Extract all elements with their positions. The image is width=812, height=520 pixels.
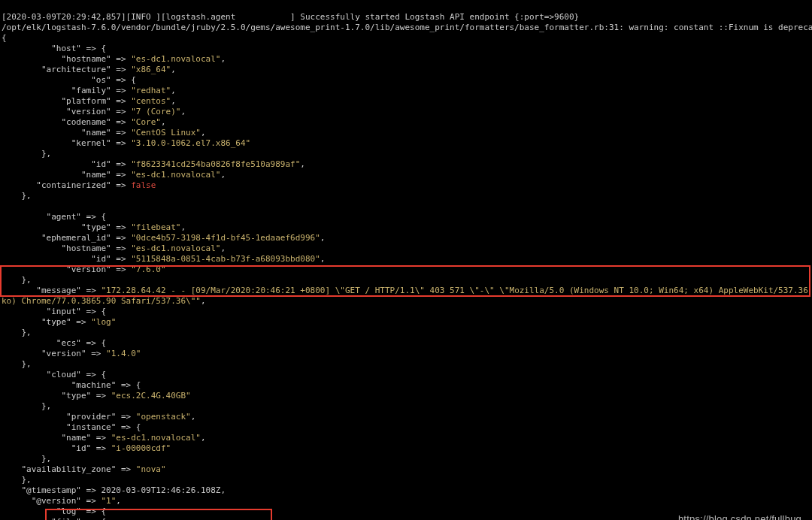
cloud-provider: "openstack" [136, 412, 191, 422]
agent-id: "5115848a-0851-4cab-b73f-a68093bbd080" [131, 254, 320, 264]
cloud-az: "nova" [136, 464, 166, 474]
os-version: "7 (Core)" [131, 107, 180, 116]
log-prelude-line1: [2020-03-09T20:29:42,857][INFO ][logstas… [2, 12, 579, 22]
agent-type: "filebeat" [131, 222, 180, 232]
log-prelude-line2: /opt/elk/logstash-7.6.0/vendor/bundle/jr… [2, 23, 812, 32]
at-version: "1" [101, 496, 116, 506]
os-platform: "centos" [131, 96, 171, 106]
terminal-output: [2020-03-09T20:29:42,857][INFO ][logstas… [0, 11, 812, 520]
host-id: "f8623341cd254ba0826f8fe510a989af" [131, 159, 300, 169]
watermark-url: https://blog.csdn.net/fullbug [678, 514, 801, 520]
host-hostname: "es-dc1.novalocal" [131, 54, 220, 64]
message-value-l1: "172.28.64.42 - - [09/Mar/2020:20:46:21 … [101, 286, 812, 295]
os-family: "redhat" [131, 86, 171, 95]
cloud-instance-id: "i-00000cdf" [111, 443, 171, 453]
agent-hostname: "es-dc1.novalocal" [131, 243, 220, 253]
os-codename: "Core" [131, 117, 161, 127]
agent-version: "7.6.0" [131, 265, 165, 274]
timestamp-value: 2020-03-09T12:46:26.108Z [101, 485, 220, 495]
os-name: "CentOS Linux" [131, 128, 201, 138]
agent-ephemeral-id: "0dce4b57-3198-4f1d-bf45-1edaaef6d996" [131, 233, 320, 243]
cloud-machine-type: "ecs.2C.4G.40GB" [111, 391, 191, 401]
message-value-l2: ko) Chrome/77.0.3865.90 Safari/537.36\"" [2, 296, 201, 306]
cloud-instance-name: "es-dc1.novalocal" [111, 433, 201, 443]
ecs-version: "1.4.0" [106, 349, 141, 358]
host-architecture: "x86_64" [131, 65, 171, 74]
host-name: "es-dc1.novalocal" [131, 170, 220, 180]
input-type: "log" [91, 317, 116, 327]
host-containerized: false [131, 180, 156, 190]
os-kernel: "3.10.0-1062.el7.x86_64" [131, 138, 250, 148]
